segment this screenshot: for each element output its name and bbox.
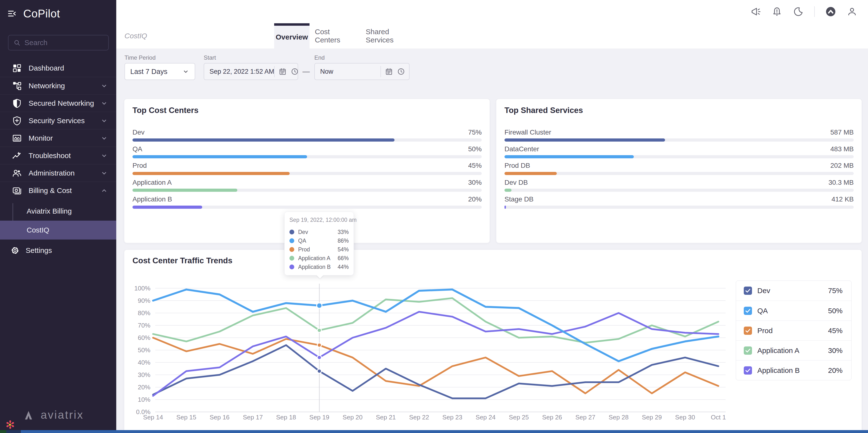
sidebar-item-networking[interactable]: Networking — [0, 77, 116, 94]
monitor-icon — [11, 133, 22, 143]
trend-icon — [11, 150, 22, 161]
usage-row-value: 412 KB — [504, 195, 854, 203]
sidebar-item-label: Secured Networking — [29, 99, 100, 107]
series-dot — [289, 230, 294, 234]
legend-item-application-a[interactable]: Application A30% — [736, 340, 851, 360]
clock-icon[interactable] — [290, 67, 299, 76]
tab-label: Cost Centers — [315, 28, 355, 44]
x-axis-tick: Sep 15 — [176, 413, 196, 421]
x-axis-tick: Sep 19 — [309, 413, 329, 421]
sidebar-item-label: Monitor — [29, 134, 100, 142]
x-axis-tick: Sep 18 — [276, 413, 296, 421]
progress-fill — [132, 139, 395, 142]
sidebar-item-monitor[interactable]: Monitor — [0, 129, 116, 147]
x-axis-tick: Sep 23 — [442, 413, 462, 421]
series-checkbox[interactable] — [744, 366, 752, 375]
series-checkbox[interactable] — [744, 287, 752, 295]
sidebar-item-settings[interactable]: Settings — [0, 241, 116, 260]
range-separator: — — [303, 67, 310, 76]
search-input[interactable]: Search — [8, 35, 109, 51]
sidebar-subnav: Aviatrix BillingCostIQ — [0, 202, 116, 239]
tab-label: Shared Services — [366, 28, 415, 44]
calendar-icon[interactable] — [279, 67, 287, 76]
hover-dot-dev — [317, 369, 321, 373]
megaphone-icon[interactable] — [750, 6, 761, 17]
progress-fill — [132, 155, 307, 158]
progress-fill — [504, 206, 506, 209]
sidebar-brand: CoPilot — [7, 7, 60, 20]
tooltip-title: Sep 19, 2022, 12:00:00 am — [289, 217, 349, 223]
start-label: Start — [204, 54, 216, 61]
hover-dot-application-a — [317, 328, 321, 333]
start-datetime-input[interactable]: Sep 22, 2022 1:52 AM — [204, 63, 298, 80]
legend-label: Application A — [757, 346, 828, 355]
tab-overview[interactable]: Overview — [274, 23, 310, 49]
x-axis-tick: Sep 25 — [509, 413, 529, 421]
y-axis-tick: 20% — [138, 383, 150, 391]
progress-fill — [132, 172, 290, 175]
tooltip-row-dev: Dev33% — [289, 228, 349, 236]
legend-item-dev[interactable]: Dev75% — [736, 281, 851, 300]
chevron-down-icon — [100, 99, 108, 107]
tooltip-series-value: 44% — [338, 264, 349, 270]
clock-icon[interactable] — [397, 67, 405, 76]
x-axis-tick: Sep 29 — [642, 413, 662, 421]
tab-shared-services[interactable]: Shared Services — [366, 23, 415, 49]
legend-label: Prod — [757, 326, 828, 335]
sidebar-item-dashboard[interactable]: Dashboard — [0, 59, 116, 77]
sidebar-item-secured-networking[interactable]: Secured Networking — [0, 94, 116, 112]
aviatrix-mountain-icon — [23, 408, 37, 422]
sidebar-item-troubleshoot[interactable]: Troubleshoot — [0, 147, 116, 164]
user-profile-icon[interactable] — [847, 6, 857, 17]
progress-track — [132, 139, 482, 142]
y-axis-tick: 70% — [138, 322, 150, 329]
sidebar-item-security-services[interactable]: Security Services — [0, 112, 116, 129]
tab-cost-centers[interactable]: Cost Centers — [315, 23, 355, 49]
notifications-bell-icon[interactable] — [772, 6, 782, 17]
usage-row-value: 45% — [132, 162, 482, 170]
legend-label: QA — [757, 307, 828, 315]
hover-dot-qa — [317, 303, 322, 308]
x-axis-tick: Sep 28 — [609, 413, 628, 421]
calendar-icon[interactable] — [385, 67, 393, 76]
usage-row-value: 483 MB — [504, 145, 854, 153]
tooltip-series-label: Application B — [298, 264, 338, 270]
progress-track — [132, 155, 482, 158]
shield-half-icon — [11, 98, 22, 108]
y-axis-tick: 60% — [138, 334, 150, 341]
sidebar-item-label: Administration — [29, 169, 100, 177]
time-period-label: Time Period — [124, 54, 155, 61]
settings-label: Settings — [26, 246, 108, 255]
chevron-down-icon — [100, 82, 108, 90]
series-checkbox[interactable] — [744, 326, 752, 335]
usage-row-value: 30.3 MB — [504, 179, 854, 186]
aviatrix-mark-icon[interactable] — [826, 6, 836, 17]
sidebar-item-billing-cost[interactable]: Billing & Cost — [0, 181, 116, 199]
tooltip-series-label: Application A — [298, 255, 338, 262]
chevron-down-icon — [100, 117, 108, 125]
aviatrix-logo: aviatrix — [23, 408, 84, 422]
app-title: CoPilot — [23, 7, 60, 20]
end-datetime-input[interactable]: Now — [314, 63, 409, 80]
tab-strip: CostIQ OverviewCost CentersShared Servic… — [116, 23, 868, 49]
sidebar-item-label: Security Services — [29, 117, 100, 125]
sidebar: CoPilot Search DashboardNetworkingSecure… — [0, 0, 116, 433]
legend-item-application-b[interactable]: Application B20% — [736, 360, 851, 380]
series-dot — [289, 256, 294, 261]
time-period-select[interactable]: Last 7 Days — [124, 63, 195, 80]
sidebar-collapse-icon[interactable] — [7, 9, 17, 19]
dark-mode-moon-icon[interactable] — [793, 6, 804, 17]
sidebar-subitem-aviatrix-billing[interactable]: Aviatrix Billing — [0, 202, 116, 221]
x-axis-tick: Sep 16 — [210, 413, 229, 421]
progress-track — [132, 189, 482, 192]
y-axis-tick: 50% — [138, 346, 150, 354]
series-checkbox[interactable] — [744, 346, 752, 355]
start-value: Sep 22, 2022 1:52 AM — [210, 68, 274, 76]
legend-item-prod[interactable]: Prod45% — [736, 320, 851, 340]
series-checkbox[interactable] — [744, 307, 752, 315]
sidebar-subitem-costiq[interactable]: CostIQ — [0, 221, 116, 239]
legend-value: 20% — [828, 366, 843, 375]
usage-row-value: 202 MB — [504, 162, 854, 170]
sidebar-item-administration[interactable]: Administration — [0, 164, 116, 181]
legend-item-qa[interactable]: QA50% — [736, 300, 851, 320]
